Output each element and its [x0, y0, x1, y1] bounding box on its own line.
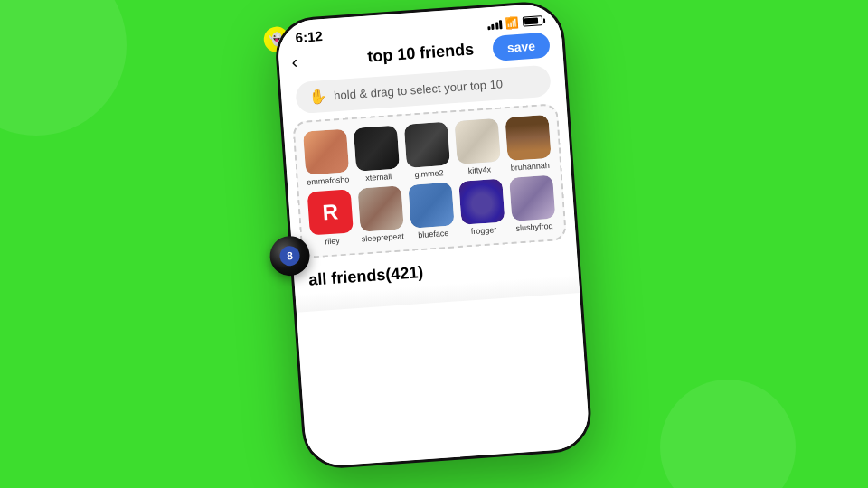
- friend-name: riley: [325, 236, 340, 246]
- friends-grid: emmafosho xternall gimme2: [302, 115, 557, 248]
- riley-letter: R: [322, 199, 339, 225]
- avatar: [408, 182, 454, 228]
- avatar: [455, 118, 501, 164]
- avatar: [303, 128, 349, 174]
- avatar: R: [307, 189, 354, 235]
- list-item[interactable]: slushyfrog: [508, 175, 557, 233]
- friend-name: gimme2: [414, 168, 444, 179]
- friend-name: kitty4x: [467, 164, 491, 175]
- friend-name: emmafosho: [307, 174, 350, 186]
- all-friends-count: (421): [385, 263, 424, 284]
- list-item[interactable]: sleeprepeat: [357, 185, 406, 243]
- status-time: 6:12: [295, 28, 323, 45]
- avatar: [509, 175, 555, 221]
- friend-name: blueface: [418, 229, 449, 239]
- friend-name: frogger: [471, 225, 497, 236]
- phone-frame: 6:12 📶 ‹ top 10 friends: [273, 0, 593, 471]
- phone-screen: 6:12 📶 ‹ top 10 friends: [276, 3, 590, 468]
- friend-name: xternall: [365, 172, 392, 183]
- page-title: top 10 friends: [367, 40, 475, 66]
- list-item[interactable]: R riley: [307, 189, 355, 247]
- top10-section: emmafosho xternall gimme2: [292, 103, 567, 258]
- status-icons: 📶: [486, 14, 542, 31]
- back-button[interactable]: ‹: [291, 52, 298, 72]
- list-item[interactable]: xternall: [353, 125, 401, 183]
- list-item[interactable]: blueface: [407, 182, 456, 239]
- hint-text: hold & drag to select your top 10: [334, 77, 504, 102]
- friend-name: sleeprepeat: [362, 231, 405, 243]
- avatar: [458, 179, 505, 225]
- friend-name: slushyfrog: [515, 221, 553, 233]
- signal-icon: [486, 18, 502, 30]
- list-item[interactable]: emmafosho: [302, 128, 351, 186]
- battery-icon: [523, 15, 543, 27]
- avatar: [404, 122, 450, 168]
- avatar: [354, 126, 400, 172]
- all-friends-label: all friends: [308, 266, 386, 289]
- list-item[interactable]: gimme2: [403, 122, 452, 180]
- all-friends-title: all friends(421): [308, 263, 424, 289]
- wifi-icon: 📶: [505, 15, 520, 29]
- list-item[interactable]: frogger: [458, 179, 506, 237]
- friend-name: bruhannah: [510, 161, 550, 173]
- magic-ball-symbol: 8: [279, 245, 300, 266]
- avatar: [505, 115, 551, 161]
- hand-icon: ✋: [308, 88, 327, 106]
- save-button[interactable]: save: [492, 32, 551, 61]
- avatar: [358, 185, 404, 231]
- list-item[interactable]: kitty4x: [454, 118, 503, 176]
- list-item[interactable]: bruhannah: [504, 115, 552, 173]
